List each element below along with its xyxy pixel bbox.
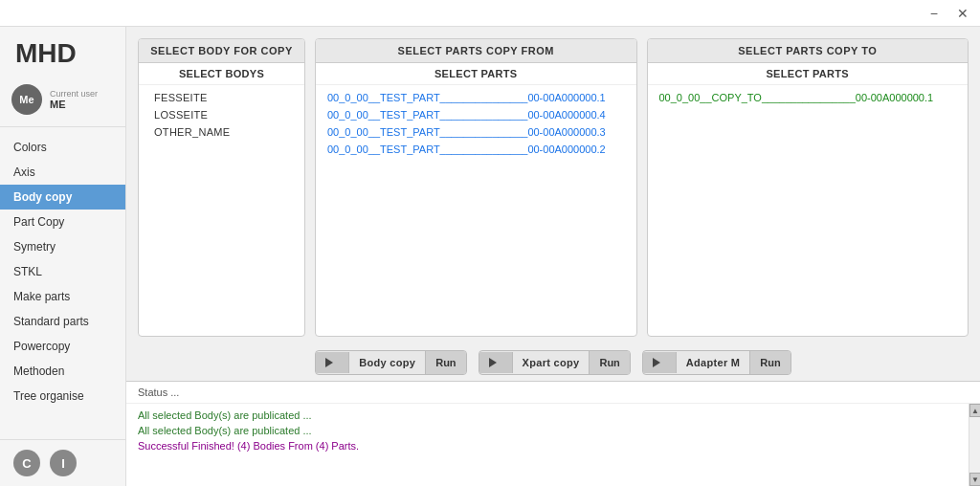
current-user-label: Current user: [50, 89, 98, 99]
actions-area: Body copyRunXpart copyRunAdapter MRun: [126, 344, 980, 381]
sidebar-nav: ColorsAxisBody copyPart CopySymetrySTKLM…: [0, 127, 125, 439]
status-line: All selected Body(s) are publicated ...: [138, 423, 955, 438]
panel-right-subheader: Select Parts: [648, 63, 969, 85]
sidebar-item-stkl[interactable]: STKL: [0, 259, 125, 284]
play-button-xpart-copy-action[interactable]: [479, 352, 513, 373]
scroll-up-arrow[interactable]: ▲: [969, 404, 980, 417]
minimize-button[interactable]: −: [926, 6, 942, 21]
play-button-body-copy-action[interactable]: [316, 352, 349, 373]
sidebar-bottom: CI: [0, 439, 125, 486]
window-controls: − ✕: [926, 6, 972, 21]
status-scrollbar: ▲ ▼: [969, 404, 980, 486]
sidebar-item-part-copy[interactable]: Part Copy: [0, 210, 125, 234]
title-bar: − ✕: [0, 0, 980, 27]
play-button-adapter-m-action[interactable]: [643, 352, 677, 373]
sidebar: MHD Me Current user ME ColorsAxisBody co…: [0, 27, 126, 486]
close-button[interactable]: ✕: [953, 6, 972, 21]
panel-mid-header: Select parts copy from: [316, 39, 636, 63]
status-content: All selected Body(s) are publicated ...A…: [126, 404, 980, 486]
panel-left-header: Select body for copy: [139, 39, 304, 63]
sidebar-item-colors[interactable]: Colors: [0, 135, 125, 160]
run-button-body-copy-action[interactable]: Run: [425, 351, 465, 374]
status-header: Status ...: [126, 382, 980, 404]
avatar: Me: [11, 84, 42, 115]
user-info: Current user ME: [50, 89, 98, 110]
list-item[interactable]: 00_0_00__COPY_TO________________00-00A00…: [648, 89, 969, 106]
action-group-xpart-copy-action: Xpart copyRun: [479, 350, 631, 375]
list-item[interactable]: OTHER_NAME: [139, 123, 304, 141]
panel-mid: Select parts copy from Select Parts 00_0…: [315, 38, 637, 337]
c-btn[interactable]: C: [13, 450, 40, 476]
list-item[interactable]: Losseite: [139, 106, 304, 123]
run-button-adapter-m-action[interactable]: Run: [749, 351, 790, 374]
panel-mid-body: 00_0_00__TEST_PART_______________00-00A0…: [316, 85, 636, 336]
scroll-down-arrow[interactable]: ▼: [969, 473, 980, 486]
i-btn[interactable]: I: [50, 450, 77, 476]
play-icon: [489, 358, 497, 367]
sidebar-item-make-parts[interactable]: Make parts: [0, 284, 125, 309]
action-label-body-copy-action: Body copy: [349, 351, 425, 374]
list-item[interactable]: 00_0_00__TEST_PART_______________00-00A0…: [316, 89, 636, 106]
action-label-xpart-copy-action: Xpart copy: [513, 351, 590, 374]
panels-area: Select body for copy Select Bodys Fessei…: [126, 27, 980, 344]
sidebar-item-body-copy[interactable]: Body copy: [0, 185, 125, 210]
panel-left-body: FesseiteLosseiteOTHER_NAME: [139, 85, 304, 336]
play-icon: [653, 358, 660, 367]
sidebar-item-symetry[interactable]: Symetry: [0, 234, 125, 259]
sidebar-item-standard-parts[interactable]: Standard parts: [0, 309, 125, 334]
username: ME: [50, 99, 98, 110]
panel-left: Select body for copy Select Bodys Fessei…: [138, 38, 305, 337]
panel-right: Select parts copy to Select Parts 00_0_0…: [647, 38, 969, 337]
sidebar-item-powercopy[interactable]: Powercopy: [0, 334, 125, 359]
panel-right-header: Select parts copy to: [648, 39, 969, 63]
sidebar-item-axis[interactable]: Axis: [0, 160, 125, 185]
list-item[interactable]: 00_0_00__TEST_PART_______________00-00A0…: [316, 123, 636, 141]
status-area: Status ... All selected Body(s) are publ…: [126, 381, 980, 486]
user-profile: Me Current user ME: [0, 77, 125, 127]
sidebar-item-methoden[interactable]: Methoden: [0, 359, 125, 384]
panel-left-subheader: Select Bodys: [139, 63, 304, 85]
status-line: All selected Body(s) are publicated ...: [138, 408, 955, 423]
action-group-adapter-m-action: Adapter MRun: [642, 350, 791, 375]
panel-right-body: 00_0_00__COPY_TO________________00-00A00…: [648, 85, 969, 336]
sidebar-item-tree-organise[interactable]: Tree organise: [0, 384, 125, 409]
action-group-body-copy-action: Body copyRun: [315, 350, 466, 375]
app-container: MHD Me Current user ME ColorsAxisBody co…: [0, 27, 980, 486]
app-logo: MHD: [0, 27, 125, 77]
status-line: Successful Finished! (4) Bodies From (4)…: [138, 438, 955, 453]
run-button-xpart-copy-action[interactable]: Run: [589, 351, 629, 374]
main-content: Select body for copy Select Bodys Fessei…: [126, 27, 980, 486]
play-icon: [325, 358, 333, 367]
list-item[interactable]: 00_0_00__TEST_PART_______________00-00A0…: [316, 141, 636, 158]
list-item[interactable]: 00_0_00__TEST_PART_______________00-00A0…: [316, 106, 636, 123]
action-label-adapter-m-action: Adapter M: [677, 351, 749, 374]
list-item[interactable]: Fesseite: [139, 89, 304, 106]
panel-mid-subheader: Select Parts: [316, 63, 636, 85]
